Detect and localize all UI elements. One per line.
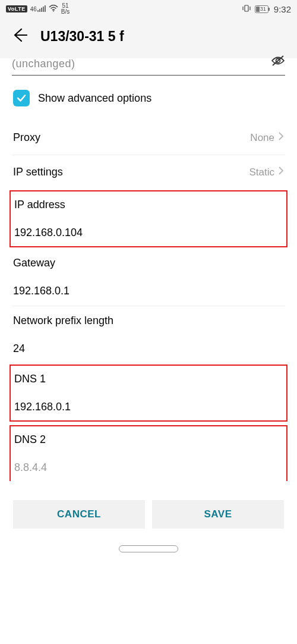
password-value: (unchanged) — [12, 58, 75, 70]
speed-indicator: 51 B/s — [61, 3, 69, 15]
header: U13/30-31 5 f — [0, 18, 297, 58]
volte-badge: VoLTE — [6, 5, 27, 12]
ip-settings-row[interactable]: IP settings Static — [12, 155, 285, 189]
gateway-field[interactable]: Gateway 192.168.0.1 — [12, 249, 285, 306]
svg-rect-4 — [256, 7, 260, 12]
prefix-value: 24 — [13, 343, 284, 355]
svg-rect-1 — [245, 5, 248, 11]
ip-address-value: 192.168.0.104 — [14, 227, 283, 239]
prefix-label: Network prefix length — [13, 315, 284, 327]
proxy-label: Proxy — [13, 131, 40, 144]
dns1-value: 192.168.0.1 — [14, 401, 283, 413]
battery-icon: 31 — [255, 5, 270, 13]
cancel-button[interactable]: CANCEL — [13, 500, 145, 529]
svg-point-0 — [53, 10, 54, 11]
ip-settings-value: Static — [249, 167, 274, 178]
dns2-label: DNS 2 — [14, 433, 283, 446]
checkbox-checked-icon — [13, 90, 30, 106]
status-bar: VoLTE 46 51 B/s 31 9:32 — [0, 0, 297, 18]
dns1-label: DNS 1 — [14, 373, 283, 385]
save-button[interactable]: SAVE — [152, 500, 284, 529]
gateway-label: Gateway — [13, 257, 284, 269]
gateway-value: 192.168.0.1 — [13, 285, 284, 297]
dns2-placeholder: 8.8.4.4 — [14, 461, 283, 474]
clock: 9:32 — [274, 4, 291, 14]
advanced-options-toggle[interactable]: Show advanced options — [12, 76, 285, 121]
wifi-icon — [49, 5, 58, 14]
chevron-right-icon — [278, 131, 284, 144]
proxy-row[interactable]: Proxy None — [12, 121, 285, 155]
dns2-field[interactable]: DNS 2 8.8.4.4 — [10, 425, 287, 481]
eye-off-icon[interactable] — [271, 55, 285, 68]
ip-settings-label: IP settings — [13, 166, 63, 178]
ip-address-field[interactable]: IP address 192.168.0.104 — [10, 190, 287, 247]
back-icon[interactable] — [12, 27, 27, 45]
chevron-right-icon — [278, 166, 284, 178]
button-bar: CANCEL SAVE — [0, 500, 297, 529]
advanced-options-label: Show advanced options — [38, 92, 151, 105]
ip-address-label: IP address — [14, 199, 283, 211]
dns1-field[interactable]: DNS 1 192.168.0.1 — [10, 365, 287, 422]
network-indicator: 46 — [30, 5, 46, 12]
proxy-value: None — [250, 132, 274, 144]
prefix-field[interactable]: Network prefix length 24 — [12, 306, 285, 363]
home-indicator[interactable] — [119, 545, 178, 552]
vibrate-icon — [242, 4, 251, 14]
password-field[interactable]: (unchanged) — [12, 57, 285, 76]
svg-rect-3 — [268, 8, 270, 11]
page-title: U13/30-31 5 f — [40, 29, 124, 45]
